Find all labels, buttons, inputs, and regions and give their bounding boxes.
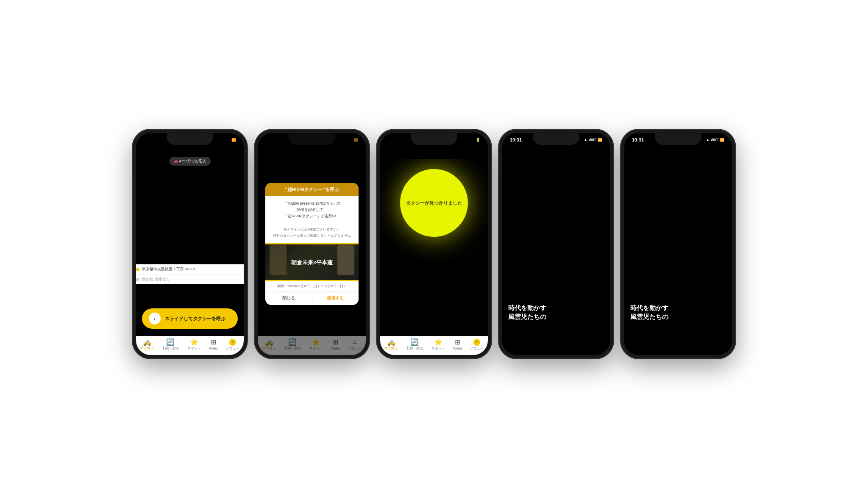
nav-item-booking[interactable]: 🔄 予約・空港 <box>162 339 179 351</box>
chevron-icon: › <box>242 267 244 272</box>
map-road <box>136 227 244 229</box>
taxi-heading-text: タクシーが向かっています <box>385 275 436 281</box>
map-block <box>178 169 200 184</box>
map-block <box>140 229 168 244</box>
from-dot <box>136 268 139 271</box>
info-icon[interactable]: ⓘ <box>462 147 471 156</box>
modal-overlay: "超RIZINタクシー"を呼ぶ 『Yogibo presents 超RIZIN.… <box>258 133 366 355</box>
status-icons-5: ▲ WiFi 📶 <box>706 138 724 142</box>
pickup-address: 東京都中央区銀座６丁目-7-19 <box>393 288 443 293</box>
nav-item-call[interactable]: 🚕 すぐ呼ぶ <box>140 339 154 351</box>
taxi-addr-to: 乗車前に入力できます › <box>380 296 488 305</box>
taxi-addr-from: 東京都中央区銀座６丁目-7-19 › <box>380 286 488 296</box>
nav-item-wallet-3[interactable]: ⊞ Wallet <box>453 339 462 351</box>
status-bar-4: 19:31 ▲ WiFi 📶 <box>502 133 610 144</box>
from-dot-3 <box>385 289 389 292</box>
map-controls: + − ◎ <box>473 191 484 229</box>
taxi-info-bar: アストタクシーグループ 品川560 ⓘ ⊕ <box>380 144 488 159</box>
input-address: 乗車前に入力できます <box>391 298 429 303</box>
phone-2: 19:30 ▲ WiFi 📶 "超RIZINタクシー"を呼ぶ 『Yogibo p… <box>255 130 369 358</box>
taxi-fare-row: 運賃 メーター運賃 ＋迎車料 支払い方法 💳 車内支払 配車設定 <box>380 305 488 330</box>
map-road <box>136 248 244 250</box>
locate-button[interactable]: ◎ <box>473 218 484 229</box>
nav-item-wallet[interactable]: ⊞ Wallet <box>209 339 218 351</box>
phone-screen-5: 19:31 ▲ WiFi 📶 時代を動かす 風雲児たちの <box>624 133 732 355</box>
message-btn-text: 💬 メッセージ <box>456 276 479 280</box>
taxi-map: タクシーが見つかりました + − ◎ Google <box>380 159 488 261</box>
nav-item-spots-3[interactable]: ⭐ スポット <box>431 339 445 351</box>
nav-item-menu-3[interactable]: ≡ メニュー <box>470 339 484 351</box>
modal-image-text: 朝倉未来×平本蓮 <box>291 259 333 266</box>
taxi-company-dot <box>386 147 395 156</box>
nav-item-call-3[interactable]: 🚕 すぐ呼ぶ <box>384 339 398 351</box>
fighter-silhouette-1 <box>270 245 287 275</box>
to-dot <box>136 278 139 281</box>
address-to: 目的地 指定なし <box>142 277 170 282</box>
slide-arrow: › <box>149 313 161 324</box>
message-icon: 💬 <box>451 276 455 280</box>
map-block <box>204 191 229 203</box>
bottom-nav-1: 🚕 すぐ呼ぶ 🔄 予約・空港 ⭐ スポット ⊞ Wallet ≡ メニュ <box>136 336 244 355</box>
phone-1: 19:30 ▲ WiFi 📶 <box>133 130 247 358</box>
fare-divider-3 <box>422 308 422 321</box>
location-button[interactable]: ⊕ <box>227 230 239 241</box>
status-icons-4: ▲ WiFi 📶 <box>584 138 602 142</box>
map-block <box>170 191 193 205</box>
fighter-head-4 <box>545 208 567 232</box>
spots-icon: ⭐ <box>190 339 198 346</box>
modal-confirm-button[interactable]: 使用する <box>312 291 359 305</box>
taxi-found-circle: タクシーが見つかりました <box>400 169 468 237</box>
map-road <box>231 144 233 275</box>
call-icon-3: 🚕 <box>387 339 395 346</box>
modal-image-accent-top <box>265 243 359 244</box>
modal-cancel-button[interactable]: 閉じる <box>265 291 312 305</box>
taxi-heading-row: タクシーが向かっています 💬 💬 メッセージ <box>380 271 488 286</box>
phone-5: 19:31 ▲ WiFi 📶 時代を動かす 風雲児たちの <box>621 130 735 358</box>
nav-icon-btn[interactable]: ⊕ <box>473 147 482 156</box>
plus-button[interactable]: + <box>473 191 484 202</box>
taxi-fare-col-3: 配車設定 <box>467 308 479 327</box>
map-road <box>136 168 244 171</box>
call-icon: 🚕 <box>143 339 151 346</box>
minus-button[interactable]: − <box>473 204 484 215</box>
modal-image: 朝倉未来×平本蓮 <box>265 243 359 281</box>
menu-icon: ≡ <box>229 339 236 346</box>
map-block <box>145 210 161 222</box>
map-block <box>140 152 161 165</box>
taxi-plate: 品川560 <box>398 152 458 156</box>
chevron-3: › <box>481 288 483 293</box>
phone-4: 19:31 ▲ WiFi 📶 時代を動かす 風雲児たちの <box>499 130 613 358</box>
modal-buttons: 閉じる 使用する <box>265 291 359 305</box>
fighter-caption-5: 時代を動かす 風雲児たちの <box>630 303 668 321</box>
taxi-fare-value-2: 車内支払 <box>432 322 447 327</box>
taxi-fare-extra: ＋迎車料 <box>395 319 406 323</box>
nav-item-menu[interactable]: ≡ メニュー <box>226 339 239 351</box>
phone-screen-4: 19:31 ▲ WiFi 📶 時代を動かす 風雲児たちの <box>502 133 610 355</box>
caption5-line1: 時代を動かす <box>630 304 668 311</box>
home-bar-4 <box>539 352 573 353</box>
spots-icon-3: ⭐ <box>434 339 442 346</box>
status-icons-1: ▲ WiFi 📶 <box>217 138 236 142</box>
fare-divider-3b <box>457 308 457 321</box>
nav-item-booking-3[interactable]: 🔄 予約・空港 <box>406 339 423 351</box>
message-button[interactable]: 💬 💬 メッセージ <box>447 274 483 282</box>
taxi-heading-section: タクシーが向かっています 💬 💬 メッセージ 東京都中央区銀座６丁目-7-19 … <box>380 271 488 330</box>
map-block <box>174 210 198 223</box>
menu-icon-3: ≡ <box>473 339 480 346</box>
phone-screen-1: 19:30 ▲ WiFi 📶 <box>136 133 244 355</box>
map-1: 🚗 4〜7分でお迎え Google ⊕ <box>136 144 244 275</box>
map-block <box>208 210 229 222</box>
status-time-5: 19:31 <box>632 137 644 142</box>
taxi-fare-col-2: 支払い方法 💳 車内支払 <box>432 308 447 327</box>
address-to-row: 目的地 指定なし › <box>136 274 244 284</box>
map-block <box>178 229 198 244</box>
slide-button-1[interactable]: › スライドしてタクシーを呼ぶ <box>142 308 238 329</box>
map-block <box>140 191 159 203</box>
address-from-row: 東京都中央区銀座７丁目-10-12 › <box>136 264 244 274</box>
modal-header: "超RIZINタクシー"を呼ぶ <box>265 183 359 196</box>
status-icons-3: ▲ WiFi 🔋 <box>462 138 480 142</box>
chevron-3b: › <box>481 298 483 302</box>
nav-item-spots[interactable]: ⭐ スポット <box>187 339 201 351</box>
fighter-silhouette-2 <box>337 245 354 275</box>
status-bar-1: 19:30 ▲ WiFi 📶 <box>136 133 244 144</box>
